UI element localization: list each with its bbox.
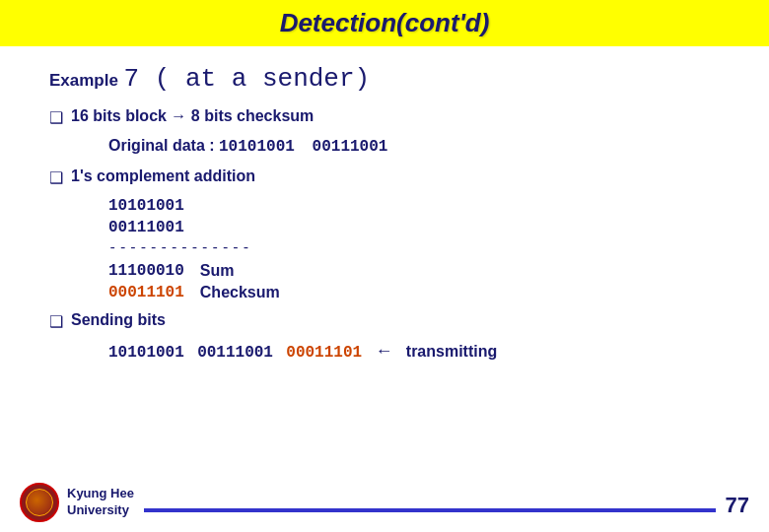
calc-divider: -------------- xyxy=(108,240,720,256)
example-word: Example xyxy=(49,71,118,90)
sending-val2: 00111001 xyxy=(197,344,273,362)
calc-val1: 10101001 xyxy=(108,197,720,215)
sending-val3: 00011101 xyxy=(286,344,362,362)
bullet-1: ❑ 16 bits block → 8 bits checksum xyxy=(49,107,720,127)
bullet-icon-3: ❑ xyxy=(49,312,63,331)
example-number-text: 7 ( at a sender) xyxy=(124,64,371,94)
sending-line: 10101001 00111001 00011101 ← transmittin… xyxy=(108,341,720,362)
page-number: 77 xyxy=(726,493,749,518)
bullet-icon-2: ❑ xyxy=(49,168,63,187)
example-heading: Example 7 ( at a sender) xyxy=(49,64,720,94)
bullet-text-1: 16 bits block → 8 bits checksum xyxy=(71,107,314,125)
bullet-icon-1: ❑ xyxy=(49,108,63,127)
university-logo xyxy=(20,483,59,522)
sending-label: transmitting xyxy=(406,343,497,360)
calc-sum-label: Sum xyxy=(200,262,235,280)
sum-line: 11100010 Sum xyxy=(108,262,720,280)
checksum-line: 00011101 Checksum xyxy=(108,284,720,301)
calc-block: 10101001 00111001 -------------- 1110001… xyxy=(108,197,720,301)
slide-content: Example 7 ( at a sender) ❑ 16 bits block… xyxy=(0,64,769,362)
sending-val1: 10101001 xyxy=(108,344,184,362)
bullet-2: ❑ 1's complement addition xyxy=(49,167,720,187)
sending-arrow: ← xyxy=(375,341,392,361)
calc-sum-val: 11100010 xyxy=(108,262,184,280)
university-name: Kyung Hee University xyxy=(67,486,134,519)
original-data-val2: 00111001 xyxy=(313,138,388,156)
calc-checksum-label: Checksum xyxy=(200,284,280,301)
slide-title: Detection(cont'd) xyxy=(280,8,490,37)
bullet-text-3: Sending bits xyxy=(71,311,166,329)
footer-line xyxy=(144,508,716,512)
calc-val2: 00111001 xyxy=(108,219,720,236)
title-bar: Detection(cont'd) xyxy=(0,0,769,46)
original-data-val1: 10101001 xyxy=(219,138,295,156)
original-data-line: Original data : 10101001 00111001 xyxy=(108,137,720,156)
footer: Kyung Hee University 77 xyxy=(0,483,769,522)
bullet-3: ❑ Sending bits xyxy=(49,311,720,331)
calc-checksum-val: 00011101 xyxy=(108,284,184,301)
logo-inner xyxy=(26,489,53,516)
original-data-label: Original data : xyxy=(108,137,219,154)
bullet-text-2: 1's complement addition xyxy=(71,167,255,185)
logo-area: Kyung Hee University xyxy=(20,483,134,522)
